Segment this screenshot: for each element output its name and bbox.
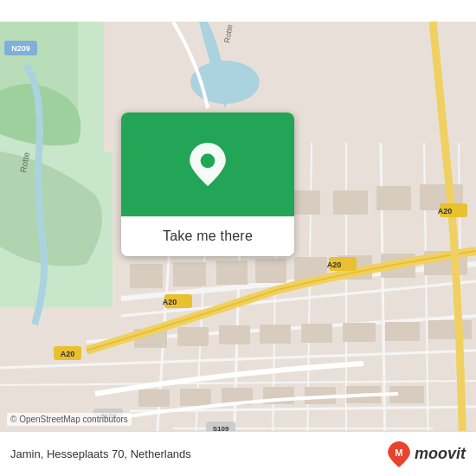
moovit-logo: M moovit	[386, 441, 466, 467]
moovit-pin-icon: M	[386, 441, 412, 467]
svg-rect-43	[301, 324, 332, 343]
svg-rect-46	[428, 320, 472, 339]
svg-rect-41	[219, 325, 250, 344]
svg-rect-48	[180, 389, 211, 406]
svg-rect-42	[260, 325, 291, 344]
svg-rect-44	[343, 323, 376, 342]
svg-point-63	[201, 154, 215, 169]
svg-rect-33	[216, 261, 248, 285]
svg-rect-27	[290, 190, 320, 215]
moovit-brand-text: moovit	[415, 445, 466, 463]
overlay-card: Take me there	[121, 113, 294, 256]
bottom-bar: Jamin, Hesseplaats 70, Netherlands M moo…	[0, 431, 476, 476]
svg-text:M: M	[395, 447, 402, 458]
svg-rect-47	[138, 389, 170, 407]
svg-rect-32	[173, 262, 206, 286]
svg-rect-34	[255, 259, 286, 283]
svg-rect-28	[333, 190, 368, 215]
take-me-there-button[interactable]: Take me there	[121, 216, 294, 256]
svg-rect-40	[177, 327, 209, 346]
svg-rect-29	[376, 186, 411, 210]
a20-label-1: A20	[163, 298, 177, 306]
copyright-text: © OpenStreetMap contributors	[7, 413, 132, 426]
a20-label-3: A20	[61, 350, 75, 358]
location-pin-icon	[186, 143, 229, 186]
svg-rect-45	[385, 322, 420, 341]
n209-label: N209	[11, 44, 30, 53]
map-container: A20 A20 A20 A20 N209 N219 S109 S109 S127…	[0, 0, 476, 476]
a20-label-4: A20	[438, 207, 453, 215]
svg-rect-31	[130, 264, 163, 288]
a20-label-2: A20	[327, 261, 342, 269]
location-info: Jamin, Hesseplaats 70, Netherlands	[10, 447, 191, 460]
overlay-top	[121, 113, 294, 216]
